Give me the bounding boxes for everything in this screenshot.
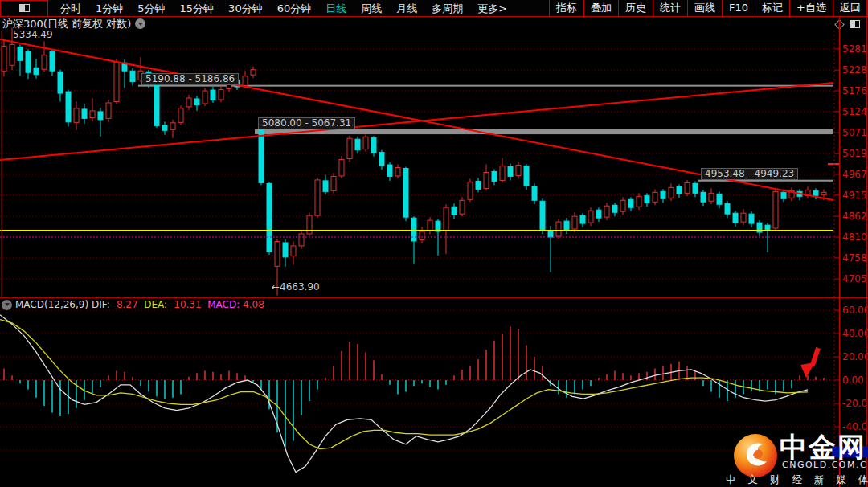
- candle-body: [259, 125, 264, 182]
- resistance-zone: [255, 129, 833, 134]
- candle-body: [74, 108, 79, 122]
- candle-body: [749, 214, 754, 223]
- dif-label: DIF:: [88, 299, 113, 310]
- candle-body: [420, 231, 424, 239]
- candle-body: [186, 98, 191, 107]
- price-axis-label: 4810: [842, 231, 867, 243]
- resistance-zone: [698, 180, 833, 182]
- candle-body: [677, 186, 682, 194]
- candle-body: [371, 137, 376, 153]
- main-price-chart[interactable]: 5281522851765124507150194967491548624810…: [0, 28, 867, 296]
- dea-value: -10.31: [170, 299, 202, 310]
- candle-body: [813, 190, 818, 195]
- candle-body: [130, 71, 135, 81]
- candle-body: [717, 194, 722, 204]
- candle-body: [251, 70, 256, 75]
- candle-body: [323, 181, 328, 191]
- macd-value: 4.08: [243, 299, 264, 310]
- candle-body: [299, 234, 304, 246]
- macd-axis-label: 40.00: [842, 328, 868, 339]
- candle-body: [339, 160, 344, 176]
- candle-body: [50, 51, 55, 71]
- candle-body: [26, 51, 31, 72]
- logo-url: CNGOLD.COM.CN: [782, 460, 868, 470]
- logo-tagline: 中 文 财 经 新 媒 体: [726, 473, 868, 487]
- candle-body: [211, 90, 215, 100]
- candle-body: [411, 218, 416, 241]
- candle-body: [444, 207, 448, 231]
- candle-body: [685, 182, 690, 193]
- price-axis-label: 5071: [842, 127, 867, 138]
- candle-body: [709, 193, 714, 201]
- macd-axis-label: 60.00: [842, 305, 868, 316]
- candle-body: [106, 103, 111, 118]
- candle-body: [564, 221, 569, 230]
- price-annotation: ←4663.90: [272, 282, 320, 293]
- candle-body: [508, 167, 513, 177]
- candle-body: [428, 220, 432, 231]
- candle-body: [219, 90, 223, 100]
- candle-body: [725, 203, 730, 214]
- candle-body: [532, 186, 537, 200]
- candle-body: [82, 109, 87, 118]
- macd-label: MACD:: [202, 299, 243, 310]
- candle-body: [596, 210, 601, 218]
- candle-body: [403, 168, 408, 217]
- candle-body: [773, 191, 778, 228]
- price-axis-label: 5281: [842, 43, 867, 55]
- candle-body: [500, 166, 505, 181]
- macd-axis-label: -20.00: [842, 398, 868, 409]
- cngold-watermark: 中金网 CNGOLD.COM.CN 中 文 财 经 新 媒 体: [723, 431, 868, 487]
- candle-body: [645, 195, 649, 203]
- candle-body: [484, 172, 489, 188]
- price-axis-label: 5176: [842, 85, 867, 96]
- candle-body: [524, 166, 529, 186]
- candle-body: [379, 153, 384, 166]
- candle-body: [516, 166, 521, 176]
- candle-body: [2, 46, 6, 71]
- candle-body: [283, 243, 288, 257]
- candle-body: [243, 76, 248, 86]
- macd-axis-label: 20.00: [842, 351, 868, 362]
- price-axis-label: 5019: [842, 148, 867, 159]
- price-axis-label: 4705: [842, 273, 867, 284]
- dea-label: DEA:: [138, 299, 170, 310]
- candle-body: [355, 139, 360, 149]
- candle-body: [540, 201, 545, 231]
- candle-body: [628, 199, 633, 207]
- candle-body: [315, 180, 320, 215]
- candle-body: [363, 137, 368, 149]
- trendline[interactable]: [0, 83, 833, 160]
- collapse-chevron-icon[interactable]: [2, 300, 12, 310]
- candle-body: [154, 85, 159, 126]
- candle-body: [170, 123, 175, 129]
- candle-body: [267, 183, 272, 252]
- zone-range-label: 5080.00 - 5067.31: [258, 117, 355, 129]
- candle-body: [10, 44, 14, 65]
- dea-line: [0, 320, 808, 449]
- cngold-logo-icon: [733, 432, 778, 479]
- candle-body: [612, 205, 617, 212]
- candle-body: [765, 225, 770, 231]
- candle-body: [468, 182, 473, 199]
- candle-body: [620, 200, 625, 211]
- candle-body: [291, 246, 296, 256]
- price-axis-label: 4967: [842, 169, 867, 180]
- candle-body: [580, 215, 585, 223]
- candle-body: [42, 55, 47, 69]
- candle-body: [178, 108, 183, 122]
- price-annotation: 5334.49: [13, 30, 53, 40]
- candle-body: [701, 192, 706, 202]
- candle-body: [395, 168, 400, 176]
- chart-canvas: 5281522851765124507150194967491548624810…: [0, 0, 868, 487]
- macd-axis-label: 0.00: [842, 374, 864, 386]
- candle-body: [476, 181, 481, 189]
- price-axis-label: 4915: [842, 190, 867, 201]
- candle-body: [821, 192, 826, 194]
- candle-body: [66, 92, 71, 122]
- candle-body: [98, 112, 103, 120]
- macd-header: MACD(12,26,9) DIF: -8.27 DEA: -10.31 MAC…: [2, 299, 264, 310]
- candle-body: [492, 171, 497, 181]
- candle-body: [661, 191, 665, 198]
- annotation-arrow-head: [800, 362, 815, 378]
